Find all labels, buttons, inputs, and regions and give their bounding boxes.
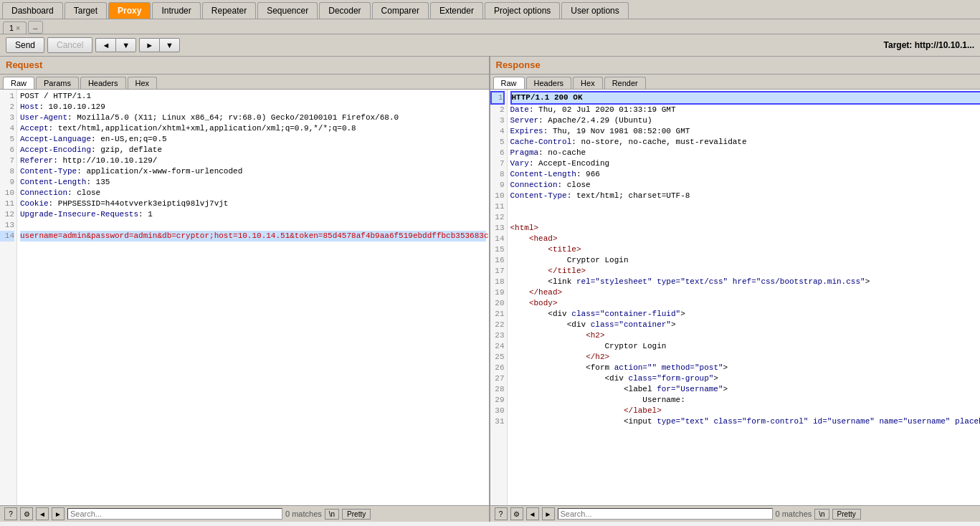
toolbar: Send Cancel ◄ ▼ ► ▼ Target: http://10.10… — [0, 34, 980, 57]
response-pretty-button[interactable]: Pretty — [832, 509, 861, 520]
nav-forward-dropdown[interactable]: ▼ — [159, 38, 180, 52]
target-label: Target: http://10.10.1... — [884, 40, 974, 50]
request-title: Request — [6, 59, 42, 70]
sub-tab-bar: 1 × … — [0, 19, 980, 34]
response-search-input[interactable] — [558, 508, 773, 520]
settings-icon[interactable]: ⚙ — [20, 507, 33, 520]
resp-back-icon[interactable]: ◄ — [526, 507, 539, 520]
request-header: Request — [0, 57, 489, 75]
sub-tab-1[interactable]: 1 × — [3, 21, 27, 34]
nav-forward-button[interactable]: ► — [139, 38, 159, 52]
req-forward-icon[interactable]: ► — [52, 507, 65, 520]
send-button[interactable]: Send — [6, 37, 44, 53]
tab-user-options[interactable]: User options — [561, 2, 628, 19]
request-matches: 0 matches — [285, 510, 322, 518]
request-status-bar: ? ⚙ ◄ ► 0 matches \n Pretty — [0, 505, 489, 522]
request-pane: Request Raw Params Headers Hex 123456789… — [0, 57, 490, 522]
req-tab-params[interactable]: Params — [36, 77, 79, 89]
response-status-bar: ? ⚙ ◄ ► 0 matches \n Pretty — [490, 505, 981, 522]
resp-settings-icon[interactable]: ⚙ — [510, 507, 523, 520]
tab-comparer[interactable]: Comparer — [372, 2, 429, 19]
response-nl-button[interactable]: \n — [814, 509, 829, 520]
resp-tab-raw[interactable]: Raw — [493, 77, 525, 89]
tab-sequencer[interactable]: Sequencer — [257, 2, 318, 19]
cancel-button[interactable]: Cancel — [47, 37, 92, 53]
req-back-icon[interactable]: ◄ — [36, 507, 49, 520]
request-nl-button[interactable]: \n — [325, 509, 339, 520]
tab-intruder[interactable]: Intruder — [152, 2, 200, 19]
nav-back-button[interactable]: ◄ — [95, 38, 115, 52]
response-tabs: Raw Headers Hex Render — [490, 75, 981, 90]
help-icon[interactable]: ? — [4, 507, 17, 520]
response-pane: Response Raw Headers Hex Render 12345678… — [490, 57, 981, 522]
tab-extender[interactable]: Extender — [430, 2, 483, 19]
sub-tab-label: 1 — [9, 24, 14, 32]
request-code: POST / HTTP/1.1Host: 10.10.10.129User-Ag… — [17, 90, 489, 505]
tab-repeater[interactable]: Repeater — [202, 2, 256, 19]
req-tab-headers[interactable]: Headers — [80, 77, 126, 89]
request-pretty-button[interactable]: Pretty — [342, 509, 371, 520]
main-area: Request Raw Params Headers Hex 123456789… — [0, 57, 980, 522]
response-line-numbers: 1234567891011121314151617181920212223242… — [490, 90, 508, 505]
req-tab-hex[interactable]: Hex — [128, 77, 158, 89]
nav-back-dropdown[interactable]: ▼ — [115, 38, 136, 52]
sub-tab-more[interactable]: … — [28, 21, 43, 34]
response-code: HTTP/1.1 200 OKDate: Thu, 02 Jul 2020 01… — [508, 90, 981, 505]
req-tab-raw[interactable]: Raw — [3, 77, 34, 89]
resp-help-icon[interactable]: ? — [495, 507, 508, 520]
tab-target[interactable]: Target — [65, 2, 107, 19]
nav-back-group: ◄ ▼ — [95, 38, 136, 52]
resp-tab-headers[interactable]: Headers — [526, 77, 572, 89]
response-content[interactable]: 1234567891011121314151617181920212223242… — [490, 90, 981, 505]
tab-decoder[interactable]: Decoder — [319, 2, 370, 19]
resp-tab-hex[interactable]: Hex — [573, 77, 603, 89]
top-tab-bar: Dashboard Target Proxy Intruder Repeater… — [0, 0, 980, 19]
nav-forward-group: ► ▼ — [139, 38, 180, 52]
resp-tab-render[interactable]: Render — [604, 77, 646, 89]
request-search-input[interactable] — [67, 508, 282, 520]
resp-forward-icon[interactable]: ► — [542, 507, 555, 520]
response-matches: 0 matches — [776, 510, 812, 518]
tab-dashboard[interactable]: Dashboard — [2, 2, 63, 19]
request-content[interactable]: 1234567891011121314 POST / HTTP/1.1Host:… — [0, 90, 489, 505]
response-title: Response — [496, 59, 541, 70]
sub-tab-close-icon[interactable]: × — [16, 24, 20, 32]
tab-project-options[interactable]: Project options — [485, 2, 560, 19]
request-line-numbers: 1234567891011121314 — [0, 90, 17, 505]
request-tabs: Raw Params Headers Hex — [0, 75, 489, 90]
response-header: Response — [490, 57, 981, 75]
tab-proxy[interactable]: Proxy — [108, 2, 151, 19]
